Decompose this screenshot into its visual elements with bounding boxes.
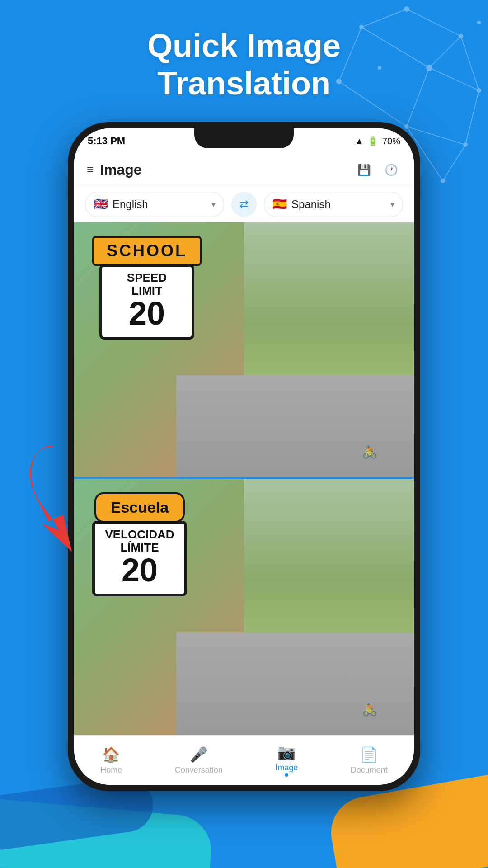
nav-home[interactable]: 🏠 Home (100, 746, 122, 775)
school-text: SCHOOL (107, 241, 187, 260)
school-sign: SCHOOL SPEED LIMIT 20 (92, 236, 202, 340)
page-title: Quick Image Translation (0, 27, 488, 102)
nav-conversation-label: Conversation (175, 765, 223, 775)
status-icons: ▲ 🔋 70% (355, 136, 400, 146)
velocidad-text-line1: VELOCIDAD (104, 528, 175, 541)
signal-icon: ▲ (355, 136, 364, 146)
nav-document-label: Document (351, 765, 388, 775)
camera-icon: 📷 (277, 744, 296, 761)
nav-document[interactable]: 📄 Document (351, 746, 388, 775)
escuela-text: Escuela (111, 499, 169, 516)
microphone-icon: 🎤 (190, 746, 208, 763)
svg-point-21 (441, 179, 445, 183)
svg-line-7 (361, 9, 407, 27)
menu-icon[interactable]: ≡ (87, 163, 94, 177)
images-area: SCHOOL SPEED LIMIT 20 🚴 Escuela (74, 222, 414, 735)
active-indicator-dot (285, 773, 288, 777)
source-chevron-icon: ▾ (211, 199, 216, 209)
svg-point-22 (477, 21, 481, 24)
language-row: 🇬🇧 English ▾ ⇄ 🇪🇸 Spanish ▾ (74, 186, 414, 222)
app-header: ≡ Image 💾 🕐 (74, 154, 414, 186)
nav-image[interactable]: 📷 Image (275, 744, 298, 777)
battery-percent: 70% (382, 136, 400, 146)
header-left: ≡ Image (87, 161, 142, 178)
velocidad-sign: VELOCIDAD LÍMITE 20 (92, 521, 187, 596)
nav-conversation[interactable]: 🎤 Conversation (175, 746, 223, 775)
status-time: 5:13 PM (88, 135, 125, 147)
bottom-nav: 🏠 Home 🎤 Conversation 📷 Image 📄 Document (74, 735, 414, 785)
speed-text-line1: SPEED (113, 271, 181, 284)
svg-line-11 (443, 145, 465, 181)
battery-icon: 🔋 (367, 136, 379, 146)
document-icon: 📄 (360, 746, 378, 763)
source-flag: 🇬🇧 (94, 197, 108, 211)
red-arrow (23, 443, 104, 556)
speed-sign: SPEED LIMIT 20 (99, 264, 194, 340)
nav-home-label: Home (100, 765, 122, 775)
history-icon: 🕐 (385, 164, 398, 176)
phone-frame: 5:13 PM ▲ 🔋 70% ≡ Image 💾 🕐 (68, 122, 420, 791)
target-chevron-icon: ▾ (390, 199, 394, 209)
source-language-label: English (113, 198, 207, 211)
phone-screen: 5:13 PM ▲ 🔋 70% ≡ Image 💾 🕐 (74, 128, 414, 785)
save-button[interactable]: 💾 (354, 160, 374, 180)
svg-line-6 (407, 127, 465, 145)
save-icon: 💾 (357, 164, 371, 176)
target-language-label: Spanish (291, 198, 386, 211)
history-button[interactable]: 🕐 (381, 160, 401, 180)
school-banner: SCHOOL (92, 236, 202, 266)
header-right: 💾 🕐 (354, 160, 401, 180)
svg-point-13 (404, 6, 409, 12)
cyclist-figure-2: 🚴 (362, 702, 378, 717)
translated-image-panel[interactable]: Escuela VELOCIDAD LÍMITE 20 🚴 (74, 479, 414, 735)
swap-languages-button[interactable]: ⇄ (231, 192, 257, 217)
svg-point-17 (404, 124, 409, 129)
header-title: Image (100, 161, 141, 178)
escuela-banner: Escuela (94, 492, 185, 523)
svg-point-18 (463, 142, 468, 147)
phone-notch (194, 128, 294, 148)
home-icon: 🏠 (102, 746, 120, 763)
cyclist-figure: 🚴 (362, 444, 378, 459)
nav-image-label: Image (275, 763, 298, 773)
speed-number: 20 (113, 297, 181, 330)
target-flag: 🇪🇸 (272, 197, 287, 211)
source-image-panel[interactable]: SCHOOL SPEED LIMIT 20 🚴 (74, 222, 414, 479)
escuela-sign: Escuela VELOCIDAD LÍMITE 20 (92, 492, 187, 596)
road-background-2 (176, 632, 414, 735)
source-language-dropdown[interactable]: 🇬🇧 English ▾ (85, 192, 224, 217)
road-background (176, 375, 414, 477)
swap-icon: ⇄ (239, 198, 249, 211)
target-language-dropdown[interactable]: 🇪🇸 Spanish ▾ (264, 192, 403, 217)
velocidad-number: 20 (104, 554, 175, 586)
